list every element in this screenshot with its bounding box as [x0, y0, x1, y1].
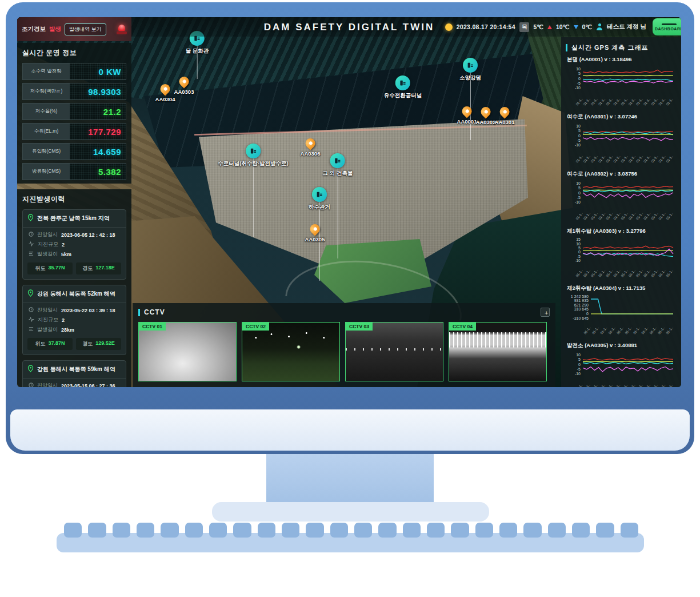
- earthquake-panel-title: 지진발생이력: [22, 194, 126, 204]
- cctv-add-button[interactable]: +: [541, 308, 550, 317]
- facility-marker-icon[interactable]: [330, 153, 345, 168]
- svg-text:01-1..: 01-1..: [666, 97, 674, 106]
- svg-text:01-1..: 01-1..: [616, 326, 624, 335]
- earthquake-datetime: 진앙일시2023-05-22 03 : 39 : 18: [23, 305, 126, 315]
- gps-marker-label: AA0302: [476, 119, 496, 125]
- operation-row-label: 방류량(CMS): [23, 164, 70, 180]
- longitude-value: 127.18E: [95, 265, 115, 272]
- gps-pin-icon[interactable]: [308, 222, 322, 236]
- facility-marker[interactable]: 그 외 건축물: [323, 153, 353, 177]
- earthquake-card[interactable]: 전북 완주군 남쪽 15km 지역진앙일시2023-06-05 12 : 42 …: [22, 209, 126, 280]
- operation-row: 저수량(백만㎥)98.9303: [22, 83, 126, 100]
- svg-text:01-1..: 01-1..: [635, 212, 643, 221]
- gps-marker[interactable]: AA0303: [174, 77, 194, 95]
- svg-text:01-1..: 01-1..: [613, 154, 621, 164]
- gps-marker-label: AA0306: [301, 150, 321, 157]
- gps-marker[interactable]: AA0305: [305, 224, 325, 242]
- facility-marker[interactable]: 하수관거: [309, 187, 330, 211]
- svg-text:01-1..: 01-1..: [583, 383, 591, 387]
- svg-text:01-1..: 01-1..: [575, 383, 583, 387]
- svg-text:01-1..: 01-1..: [635, 269, 643, 278]
- gps-marker[interactable]: AA0304: [155, 84, 175, 102]
- keyboard-key: [137, 523, 154, 538]
- earthquake-cards: 전북 완주군 남쪽 15km 지역진앙일시2023-06-05 12 : 42 …: [22, 209, 126, 387]
- earthquake-length-label: 발생길이: [37, 326, 58, 333]
- earthquake-length-label: 발생길이: [37, 250, 58, 258]
- earthquake-datetime: 진앙일시2023-05-15 06 : 27 : 36: [23, 381, 126, 387]
- gps-marker-label: AA0305: [305, 236, 325, 242]
- svg-text:01-1..: 01-1..: [598, 154, 606, 164]
- svg-text:01-1..: 01-1..: [628, 154, 636, 164]
- gps-pin-icon[interactable]: [460, 104, 474, 118]
- svg-text:01-1..: 01-1..: [583, 326, 591, 335]
- svg-text:01-1..: 01-1..: [643, 269, 651, 278]
- keyboard-key: [233, 523, 251, 538]
- cctv-feed[interactable]: CCTV 02: [242, 322, 340, 381]
- svg-text:01-1..: 01-1..: [650, 154, 658, 164]
- svg-text:01-1..: 01-1..: [583, 97, 591, 106]
- svg-text:01-1..: 01-1..: [650, 212, 658, 221]
- operation-panel-title: 실시간 운영 정보: [22, 48, 126, 58]
- earthquake-length-value: 28km: [61, 327, 74, 333]
- keyboard-key: [64, 523, 82, 538]
- gps-marker[interactable]: AA0301: [495, 107, 515, 125]
- facility-marker-icon[interactable]: [395, 75, 410, 90]
- facility-marker[interactable]: 수로터널(취수탑·발전방수로): [218, 144, 289, 168]
- earthquake-datetime-value: 2023-06-05 12 : 42 : 18: [61, 232, 115, 238]
- svg-text:01-1..: 01-1..: [650, 383, 658, 387]
- operation-row-label: 저수율(%): [23, 104, 70, 120]
- svg-text:01-1..: 01-1..: [605, 154, 613, 164]
- svg-text:621 290: 621 290: [574, 303, 589, 307]
- facility-marker-label: 물 문화관: [186, 47, 209, 55]
- gps-pin-icon[interactable]: [177, 74, 191, 88]
- facility-marker[interactable]: 소양강댐: [459, 58, 481, 82]
- facility-marker-icon[interactable]: [246, 144, 261, 158]
- gps-chart-plot: 1 242 580931 935621 290310 6450-310 6450…: [566, 292, 677, 339]
- gps-pin-icon[interactable]: [303, 136, 317, 150]
- earthquake-card-footer: 위도37.87N경도129.52E: [23, 336, 126, 355]
- operation-row-value: 5.382: [70, 164, 126, 180]
- header-info-cluster: 2023.08.17 20:14:54 목 5℃ 10℃ 0℃ 테스트 계정 님…: [445, 18, 681, 35]
- cctv-feed[interactable]: CCTV 01: [138, 322, 237, 381]
- gps-marker[interactable]: AA0306: [301, 138, 321, 157]
- cctv-feed[interactable]: CCTV 04: [449, 322, 547, 381]
- gps-panel-title: 실시간 GPS 계측 그래프: [571, 43, 648, 52]
- location-pin-icon: [27, 289, 34, 299]
- dashboard-button[interactable]: DASHBOARD: [653, 18, 681, 35]
- svg-text:01-1..: 01-1..: [575, 269, 583, 278]
- gps-marker[interactable]: AA0001: [457, 106, 477, 125]
- svg-text:0: 0: [578, 77, 581, 81]
- gps-marker[interactable]: AA0302: [476, 107, 496, 125]
- cctv-feed[interactable]: CCTV 03: [345, 322, 443, 381]
- svg-text:01-1..: 01-1..: [575, 212, 583, 221]
- facility-marker-icon[interactable]: [312, 187, 327, 202]
- svg-text:01-1..: 01-1..: [633, 326, 641, 335]
- longitude-cell: 경도129.52E: [76, 338, 121, 350]
- weather-sun-icon: [445, 23, 453, 31]
- gps-chart-plot: 1050-5-1001-1..01-1..01-1..01-1..01-1..0…: [566, 178, 677, 225]
- keyboard-keys: [64, 523, 638, 538]
- svg-text:-310 645: -310 645: [573, 316, 589, 320]
- longitude-label: 경도: [82, 340, 93, 348]
- cctv-panel: CCTV + CCTV 01CCTV 02CCTV 03CCTV 04: [133, 303, 555, 387]
- earthquake-card[interactable]: 강원 동해시 북동쪽 59km 해역진앙일시2023-05-15 06 : 27…: [22, 360, 126, 387]
- building-icon: [315, 190, 323, 198]
- cctv-accent-bar: [138, 309, 140, 316]
- svg-text:10: 10: [576, 181, 581, 185]
- earthquake-datetime-label: 진앙일시: [37, 307, 58, 314]
- gps-pin-icon[interactable]: [498, 105, 511, 118]
- cctv-title: CCTV: [144, 308, 165, 316]
- facility-marker[interactable]: 유수전환공터널: [384, 75, 422, 100]
- cctv-feed-label: CCTV 04: [449, 323, 476, 331]
- svg-text:01-1..: 01-1..: [590, 154, 598, 164]
- facility-marker-icon[interactable]: [463, 58, 478, 73]
- gps-pin-icon[interactable]: [158, 82, 172, 95]
- len-icon: [29, 327, 34, 333]
- temp-up-icon: [547, 25, 552, 29]
- gps-pin-icon[interactable]: [479, 105, 493, 118]
- clock-icon: [29, 383, 34, 387]
- earthquake-card[interactable]: 강원 동해시 북동쪽 52km 해역진앙일시2023-05-22 03 : 39…: [22, 285, 126, 355]
- svg-text:310 645: 310 645: [574, 307, 589, 311]
- keyboard-key: [88, 523, 106, 538]
- svg-text:-5: -5: [577, 367, 581, 371]
